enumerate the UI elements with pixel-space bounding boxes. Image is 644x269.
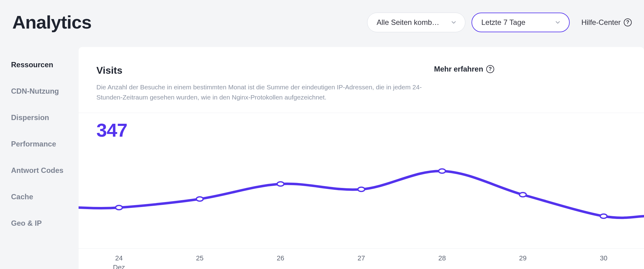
sidebar-item-dispersion[interactable]: Dispersion [11,108,79,127]
pages-filter-dropdown[interactable]: Alle Seiten komb… [367,13,465,32]
visits-chart [79,141,644,248]
sidebar-item-performance[interactable]: Performance [11,135,79,153]
svg-point-5 [519,193,526,197]
chart-description: Die Anzahl der Besuche in einem bestimmt… [96,82,434,102]
layout: Ressourcen CDN-Nutzung Dispersion Perfor… [0,47,644,269]
sidebar-item-ressourcen[interactable]: Ressourcen [11,56,79,74]
card-head: Visits Die Anzahl der Besuche in einem b… [96,65,626,102]
x-tick: 26 [240,254,321,269]
x-tick: 27 [321,254,402,269]
sidebar-item-cdn-nutzung[interactable]: CDN-Nutzung [11,82,79,100]
learn-more-link[interactable]: Mehr erfahren ? [434,65,494,73]
chevron-down-icon [554,19,561,26]
chart-svg [79,141,644,248]
x-tick-label: 27 [358,254,365,262]
card-head-left: Visits Die Anzahl der Besuche in einem b… [96,65,434,102]
visits-card: Visits Die Anzahl der Besuche in einem b… [79,47,644,269]
svg-point-4 [439,169,445,173]
svg-point-2 [277,182,284,186]
sidebar-item-cache[interactable]: Cache [11,188,79,206]
svg-point-6 [600,214,607,218]
x-axis: 24 Dez 25 26 27 28 29 30 [79,248,644,269]
pages-filter-label: Alle Seiten komb… [377,18,445,27]
svg-point-1 [196,197,203,201]
question-icon: ? [624,18,632,26]
learn-more-label: Mehr erfahren [434,65,483,73]
x-tick: 24 Dez [79,254,159,269]
x-tick-label: 24 [115,254,122,262]
metric-value: 347 [96,113,626,141]
svg-point-0 [116,205,122,210]
sidebar: Ressourcen CDN-Nutzung Dispersion Perfor… [11,47,79,269]
x-tick: 29 [483,254,563,269]
page-title: Analytics [12,12,91,33]
x-tick: 28 [402,254,483,269]
x-tick: 25 [159,254,240,269]
x-tick-label: 28 [438,254,446,262]
sidebar-item-geo-ip[interactable]: Geo & IP [11,214,79,232]
x-tick-label: 25 [196,254,203,262]
help-center-link[interactable]: Hilfe-Center ? [576,18,632,27]
question-icon: ? [486,65,494,73]
header: Analytics Alle Seiten komb… Letzte 7 Tag… [0,0,644,33]
help-center-label: Hilfe-Center [581,18,621,27]
chevron-down-icon [450,19,457,26]
date-range-dropdown[interactable]: Letzte 7 Tage [471,13,570,32]
x-tick: 30 [563,254,644,269]
x-tick-label: 30 [600,254,607,262]
x-tick-month: Dez [79,263,159,269]
x-tick-label: 26 [277,254,284,262]
date-range-label: Letzte 7 Tage [481,18,549,27]
x-tick-label: 29 [519,254,526,262]
svg-point-3 [358,187,365,192]
chart-title: Visits [96,65,434,76]
sidebar-item-antwort-codes[interactable]: Antwort Codes [11,161,79,180]
